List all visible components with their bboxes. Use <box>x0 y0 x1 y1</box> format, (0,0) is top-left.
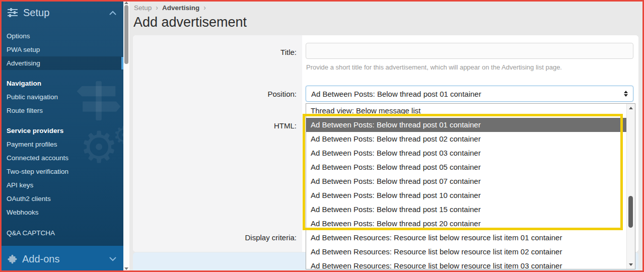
scroll-up-arrow-icon[interactable] <box>124 2 128 4</box>
sidebar-nav-item[interactable]: Connected accounts <box>0 151 123 165</box>
title-field-cell: Provide a short title for this advertise… <box>302 35 638 79</box>
main-content: Setup › Advertising › Add advertisement … <box>129 0 644 272</box>
dropdown-options: Thread view: Below message list Ad Betwe… <box>306 104 626 269</box>
sidebar-nav-item[interactable]: API keys <box>0 178 123 192</box>
dropdown-option[interactable]: Ad Between Resources: Resource list belo… <box>306 259 626 269</box>
page-title: Add advertisement <box>133 15 247 30</box>
dropdown-option[interactable]: Ad Between Posts: Below thread post 05 c… <box>306 160 626 174</box>
sidebar-nav-item[interactable]: Q&A CAPTCHA <box>0 226 123 240</box>
scroll-down-arrow-icon[interactable] <box>629 263 633 266</box>
dropdown-option[interactable]: Thread view: Below message list <box>306 104 626 118</box>
chevron-up-icon[interactable] <box>109 11 116 15</box>
title-input[interactable] <box>306 43 633 59</box>
addons-label: Add-ons <box>22 253 60 265</box>
sidebar-nav-item[interactable]: Options <box>0 29 123 43</box>
sidebar-nav-item[interactable]: Advertising <box>0 56 123 70</box>
title-hint: Provide a short title for this advertise… <box>306 63 638 71</box>
dropdown-option[interactable]: Ad Between Posts: Below thread post 10 c… <box>306 188 626 202</box>
sidebar-addons-bar[interactable]: Add-ons <box>0 246 123 272</box>
sidebar-nav-item[interactable]: Payment profiles <box>0 138 123 151</box>
form-row-title: Title: Provide a short title for this ad… <box>133 35 638 79</box>
scrollbar-thumb[interactable] <box>628 196 633 228</box>
position-select[interactable]: Ad Between Posts: Below thread post 01 c… <box>306 86 633 102</box>
sliders-icon <box>7 8 18 18</box>
sidebar-nav-item[interactable]: Route filters <box>0 104 123 117</box>
html-label: HTML: <box>133 104 302 230</box>
dropdown-scrollbar[interactable] <box>626 104 635 269</box>
title-label: Title: <box>133 35 302 79</box>
sidebar-nav-item[interactable]: Two-step verification <box>0 165 123 178</box>
sidebar-nav-item[interactable]: Navigation <box>0 77 123 90</box>
admin-screen: Setup ⚙ ⚙ Options PWA setup Advertising <box>0 0 644 272</box>
display-criteria-label: Display criteria: <box>133 230 302 252</box>
position-select-value: Ad Between Posts: Below thread post 01 c… <box>311 90 624 98</box>
dropdown-option[interactable]: Ad Between Posts: Below thread post 03 c… <box>306 146 626 160</box>
form-row-position: Position: Ad Between Posts: Below thread… <box>133 79 638 104</box>
sidebar-title: Setup <box>23 7 49 19</box>
dropdown-option[interactable]: Ad Between Posts: Below thread post 20 c… <box>306 217 626 231</box>
sidebar-nav-item[interactable]: OAuth2 clients <box>0 192 123 206</box>
position-dropdown-list: Thread view: Below message list Ad Betwe… <box>306 103 635 269</box>
dropdown-option[interactable]: Ad Between Resources: Resource list belo… <box>306 231 626 245</box>
updown-arrows-icon <box>624 91 628 97</box>
sidebar: Setup ⚙ ⚙ Options PWA setup Advertising <box>0 0 123 272</box>
sidebar-header-setup[interactable]: Setup <box>0 0 123 25</box>
breadcrumb: Setup › Advertising › <box>134 4 210 12</box>
sidebar-nav-item[interactable]: PWA setup <box>0 43 123 56</box>
dropdown-option[interactable]: Ad Between Posts: Below thread post 01 c… <box>306 118 626 132</box>
position-label: Position: <box>133 79 302 104</box>
breadcrumb-separator: › <box>156 4 158 12</box>
puzzle-icon <box>7 254 17 264</box>
sidebar-nav-item[interactable]: Public navigation <box>0 90 123 104</box>
sidebar-nav: Options PWA setup Advertising Navigation… <box>0 25 123 240</box>
sidebar-scrollbar[interactable] <box>123 0 129 272</box>
dropdown-option[interactable]: Ad Between Posts: Below thread post 02 c… <box>306 132 626 146</box>
dropdown-option[interactable]: Ad Between Resources: Resource list belo… <box>306 245 626 259</box>
scrollbar-thumb[interactable] <box>124 5 128 64</box>
sidebar-nav-item[interactable]: Webhooks <box>0 206 123 219</box>
sidebar-nav-item[interactable]: Service providers <box>0 124 123 138</box>
dropdown-option[interactable]: Ad Between Posts: Below thread post 07 c… <box>306 174 626 188</box>
breadcrumb-separator: › <box>203 4 206 12</box>
chevron-down-icon[interactable] <box>109 257 116 261</box>
scroll-down-arrow-icon[interactable] <box>124 267 128 270</box>
breadcrumb-item[interactable]: Advertising <box>162 4 199 12</box>
breadcrumb-item[interactable]: Setup <box>134 4 152 12</box>
dropdown-option[interactable]: Ad Between Posts: Below thread post 15 c… <box>306 202 626 217</box>
scroll-up-arrow-icon[interactable] <box>629 107 633 109</box>
position-field-cell: Ad Between Posts: Below thread post 01 c… <box>302 79 638 104</box>
